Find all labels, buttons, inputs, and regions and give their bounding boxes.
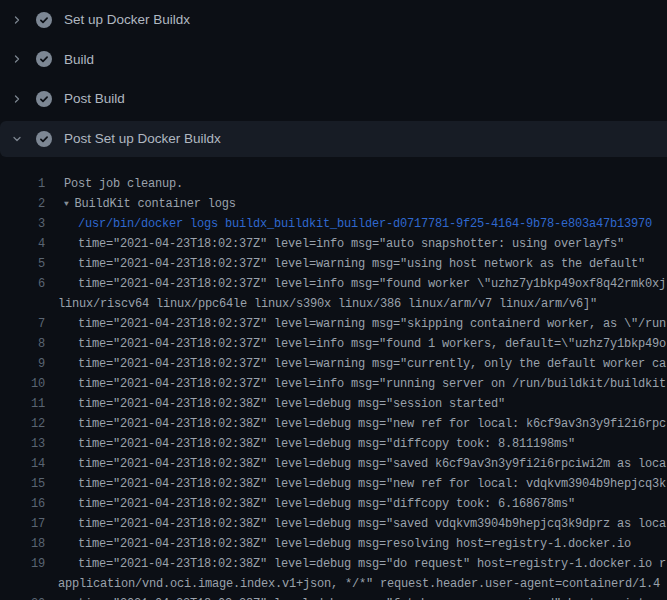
line-number[interactable]: 14 bbox=[0, 454, 45, 474]
step-title: Post Build bbox=[64, 91, 125, 106]
log-text: time="2021-04-23T18:02:37Z" level=info m… bbox=[78, 234, 624, 254]
actions-log-viewer: Set up Docker Buildx Build Post Build bbox=[0, 0, 667, 600]
line-number[interactable]: 16 bbox=[0, 494, 45, 514]
step-title: Post Set up Docker Buildx bbox=[64, 131, 221, 146]
check-circle-icon bbox=[36, 131, 52, 147]
log-text: time="2021-04-23T18:02:37Z" level=info m… bbox=[78, 274, 666, 294]
step-header-build[interactable]: Build bbox=[0, 40, 667, 80]
log-text: time="2021-04-23T18:02:38Z" level=debug … bbox=[78, 414, 666, 434]
chevron-right-icon bbox=[11, 91, 23, 107]
step-title: Set up Docker Buildx bbox=[64, 12, 190, 27]
log-text: time="2021-04-23T18:02:37Z" level=info m… bbox=[78, 374, 666, 394]
line-number[interactable]: 8 bbox=[0, 334, 45, 354]
group-collapse-icon[interactable]: ▼ bbox=[64, 194, 69, 214]
log-text: /usr/bin/docker logs buildx_buildkit_bui… bbox=[78, 214, 652, 234]
log-line: 11 time="2021-04-23T18:02:38Z" level=deb… bbox=[0, 394, 667, 414]
log-line: 3 /usr/bin/docker logs buildx_buildkit_b… bbox=[0, 214, 667, 234]
check-circle-icon bbox=[36, 51, 52, 67]
log-line: 1 Post job cleanup. bbox=[0, 174, 667, 194]
log-line: 16 time="2021-04-23T18:02:38Z" level=deb… bbox=[0, 494, 667, 514]
log-text: time="2021-04-23T18:02:37Z" level=warnin… bbox=[78, 354, 666, 374]
line-number[interactable]: 3 bbox=[0, 214, 45, 234]
line-number[interactable]: 17 bbox=[0, 514, 45, 534]
line-number[interactable]: 10 bbox=[0, 374, 45, 394]
log-text: application/vnd.oci.image.index.v1+json,… bbox=[58, 574, 660, 594]
log-text: time="2021-04-23T18:02:38Z" level=debug … bbox=[78, 394, 505, 414]
line-number[interactable]: 1 bbox=[0, 174, 45, 194]
line-number[interactable]: 18 bbox=[0, 534, 45, 554]
line-number[interactable]: 2 bbox=[0, 194, 45, 214]
log-line: 13 time="2021-04-23T18:02:38Z" level=deb… bbox=[0, 434, 667, 454]
log-line: 15 time="2021-04-23T18:02:38Z" level=deb… bbox=[0, 474, 667, 494]
line-number[interactable]: 19 bbox=[0, 554, 45, 574]
log-text: time="2021-04-23T18:02:37Z" level=warnin… bbox=[78, 254, 645, 274]
log-line: application/vnd.oci.image.index.v1+json,… bbox=[0, 574, 667, 594]
log-text: time="2021-04-23T18:02:38Z" level=debug … bbox=[78, 454, 666, 474]
log-line: 9 time="2021-04-23T18:02:37Z" level=warn… bbox=[0, 354, 667, 374]
line-number[interactable]: 5 bbox=[0, 254, 45, 274]
line-number[interactable]: 11 bbox=[0, 394, 45, 414]
log-text: time="2021-04-23T18:02:38Z" level=debug … bbox=[78, 534, 631, 554]
log-line: 6 time="2021-04-23T18:02:37Z" level=info… bbox=[0, 274, 667, 294]
log-line: 19 time="2021-04-23T18:02:38Z" level=deb… bbox=[0, 554, 667, 574]
log-text: Post job cleanup. bbox=[64, 174, 183, 194]
line-number[interactable]: 7 bbox=[0, 314, 45, 334]
log-line: 4 time="2021-04-23T18:02:37Z" level=info… bbox=[0, 234, 667, 254]
check-circle-icon bbox=[36, 91, 52, 107]
log-line: 10 time="2021-04-23T18:02:37Z" level=inf… bbox=[0, 374, 667, 394]
log-text: time="2021-04-23T18:02:38Z" level=debug … bbox=[78, 474, 666, 494]
log-text: time="2021-04-23T18:02:38Z" level=debug … bbox=[78, 494, 575, 514]
log-text: time="2021-04-23T18:02:37Z" level=warnin… bbox=[78, 314, 666, 334]
check-circle-icon bbox=[36, 12, 52, 28]
line-number[interactable]: 20 bbox=[0, 594, 45, 600]
log-text: time="2021-04-23T18:02:38Z" level=debug … bbox=[78, 554, 666, 574]
line-number[interactable]: 15 bbox=[0, 474, 45, 494]
log-text: time="2021-04-23T18:02:38Z" level=debug … bbox=[78, 434, 575, 454]
line-number[interactable] bbox=[0, 294, 45, 314]
log-viewer: 1 Post job cleanup. 2 ▼ BuildKit contain… bbox=[0, 159, 667, 600]
log-line: 2 ▼ BuildKit container logs bbox=[0, 194, 667, 214]
log-line: linux/riscv64 linux/ppc64le linux/s390x … bbox=[0, 294, 667, 314]
step-title: Build bbox=[64, 52, 94, 67]
log-group-toggle[interactable]: BuildKit container logs bbox=[75, 194, 236, 214]
log-text: time="2021-04-23T18:02:38Z" level=debug … bbox=[78, 514, 666, 534]
line-number[interactable]: 12 bbox=[0, 414, 45, 434]
chevron-right-icon bbox=[11, 51, 23, 67]
chevron-right-icon bbox=[11, 12, 23, 28]
log-line: 14 time="2021-04-23T18:02:38Z" level=deb… bbox=[0, 454, 667, 474]
steps-list: Set up Docker Buildx Build Post Build bbox=[0, 0, 667, 157]
log-text: time="2021-04-23T18:02:38Z" level=debug … bbox=[78, 594, 666, 600]
line-number[interactable]: 13 bbox=[0, 434, 45, 454]
log-line: 8 time="2021-04-23T18:02:37Z" level=info… bbox=[0, 334, 667, 354]
step-header-post-build[interactable]: Post Build bbox=[0, 79, 667, 119]
line-number[interactable]: 6 bbox=[0, 274, 45, 294]
line-number[interactable]: 9 bbox=[0, 354, 45, 374]
chevron-down-icon bbox=[11, 131, 23, 147]
step-header-set-up-docker-buildx[interactable]: Set up Docker Buildx bbox=[0, 0, 667, 40]
log-line: 7 time="2021-04-23T18:02:37Z" level=warn… bbox=[0, 314, 667, 334]
log-text: linux/riscv64 linux/ppc64le linux/s390x … bbox=[58, 294, 597, 314]
line-number[interactable] bbox=[0, 574, 45, 594]
log-line: 17 time="2021-04-23T18:02:38Z" level=deb… bbox=[0, 514, 667, 534]
line-number[interactable]: 4 bbox=[0, 234, 45, 254]
log-line: 5 time="2021-04-23T18:02:37Z" level=warn… bbox=[0, 254, 667, 274]
log-line: 12 time="2021-04-23T18:02:38Z" level=deb… bbox=[0, 414, 667, 434]
log-line: 20 time="2021-04-23T18:02:38Z" level=deb… bbox=[0, 594, 667, 600]
log-line: 18 time="2021-04-23T18:02:38Z" level=deb… bbox=[0, 534, 667, 554]
log-text: time="2021-04-23T18:02:37Z" level=info m… bbox=[78, 334, 666, 354]
step-header-post-set-up-docker-buildx[interactable]: Post Set up Docker Buildx bbox=[0, 121, 667, 157]
